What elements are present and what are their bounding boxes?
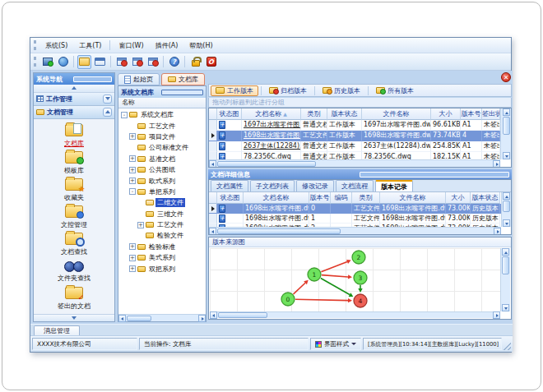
- doc-close-all-icon[interactable]: [130, 55, 144, 69]
- tab-document-library[interactable]: 文档库: [161, 73, 205, 85]
- button-history-version[interactable]: 历史版本: [318, 85, 365, 96]
- scroll-up-arrow[interactable]: [503, 192, 510, 200]
- tab-properties[interactable]: 文档属性: [211, 180, 248, 191]
- sidebar-item-template-library[interactable]: 模板库: [34, 151, 114, 178]
- tree-item[interactable]: +工艺文件: [118, 219, 206, 230]
- graph-horizontal-scrollbar[interactable]: [210, 311, 500, 318]
- column-header[interactable]: 文档名称: [244, 192, 309, 204]
- column-header[interactable]: 大小: [446, 192, 471, 204]
- tree-item[interactable]: +欧式系列: [118, 175, 206, 186]
- scroll-right-arrow[interactable]: [494, 228, 501, 235]
- column-header[interactable]: 版本号: [309, 192, 331, 204]
- table-horizontal-scrollbar[interactable]: [209, 159, 500, 167]
- collapse-minus-icon[interactable]: -: [121, 112, 128, 118]
- scroll-thumb[interactable]: [503, 117, 510, 135]
- column-header[interactable]: 状态图: [217, 192, 244, 204]
- expand-plus-icon[interactable]: +: [129, 155, 136, 162]
- pin-icon[interactable]: [161, 90, 203, 95]
- tree-item[interactable]: +双把系列: [118, 263, 206, 274]
- table-row[interactable]: 1698出水嘴零件图.dwg1工艺文件1698出水嘴零件图.dwg73.00KB…: [209, 214, 511, 224]
- resize-grip[interactable]: [504, 343, 511, 350]
- sidebar-collapse-strip[interactable]: [34, 85, 114, 92]
- scroll-thumb[interactable]: [502, 256, 509, 274]
- column-header[interactable]: 签出状态: [482, 108, 500, 120]
- ui-style-dropdown[interactable]: 界面样式: [310, 338, 361, 350]
- menu-item[interactable]: 系统(S): [39, 39, 73, 52]
- tree-item[interactable]: -单把系列: [118, 187, 206, 197]
- scroll-up-arrow[interactable]: [503, 108, 510, 116]
- collapse-group-button[interactable]: [103, 108, 112, 117]
- tree-column-header[interactable]: 名称: [118, 98, 206, 108]
- tree-item[interactable]: 三维文件: [118, 209, 206, 219]
- column-header[interactable]: 状态图: [217, 108, 242, 120]
- tree-item[interactable]: +检验标准: [118, 242, 206, 252]
- tree-item[interactable]: +美式系列: [118, 252, 206, 263]
- tree-item[interactable]: +基准文档: [118, 154, 206, 164]
- button-all-versions[interactable]: 所有版本: [371, 85, 419, 96]
- table-row[interactable]: 1697出水嘴零件图.dwg普通文档工作版本1697出水嘴零件图.dwg96.6…: [209, 120, 511, 131]
- sidebar-item-favorites[interactable]: 收藏夹: [34, 178, 114, 205]
- tab-sub-documents[interactable]: 子文档列表: [250, 180, 295, 191]
- scroll-thumb[interactable]: [217, 161, 316, 167]
- scroll-thumb[interactable]: [217, 228, 341, 234]
- expand-plus-icon[interactable]: +: [129, 178, 136, 184]
- column-header[interactable]: 编码: [331, 192, 352, 204]
- tree-horizontal-scrollbar[interactable]: [118, 314, 206, 321]
- scroll-right-arrow[interactable]: [493, 160, 500, 168]
- tab-modification-log[interactable]: 修改记录: [296, 180, 334, 191]
- tree-item[interactable]: -系统文档库: [118, 109, 206, 120]
- table-vertical-scrollbar[interactable]: [500, 108, 511, 159]
- menu-item[interactable]: 工具(T): [73, 39, 107, 52]
- graph-vertical-scrollbar[interactable]: [500, 248, 510, 311]
- sidebar-item-doc-library[interactable]: 文档库: [34, 124, 114, 151]
- scroll-thumb[interactable]: [127, 316, 151, 321]
- scroll-thumb[interactable]: [218, 312, 267, 318]
- sidebar-item-checked-out-docs[interactable]: 签出的文档: [34, 287, 114, 314]
- tree-item[interactable]: 工艺文件: [118, 120, 206, 131]
- tree-item[interactable]: 检验文件: [118, 230, 206, 241]
- tab-workflow[interactable]: 文档流程: [336, 180, 374, 191]
- scroll-down-arrow[interactable]: [502, 304, 509, 311]
- scroll-down-arrow[interactable]: [503, 152, 510, 159]
- sidebar-item-folder-search[interactable]: 文件夹查找: [34, 260, 114, 287]
- sidebar-item-doc-search[interactable]: 文档查找: [34, 233, 114, 260]
- tree-item[interactable]: 公司标准文件: [118, 142, 206, 153]
- sidebar-expand-strip[interactable]: [34, 314, 114, 321]
- scroll-right-arrow[interactable]: [493, 311, 500, 319]
- column-header[interactable]: 类别: [301, 108, 327, 120]
- scroll-down-arrow[interactable]: [503, 219, 510, 227]
- doc-force-close-icon[interactable]: [146, 55, 160, 69]
- expand-plus-icon[interactable]: +: [129, 255, 136, 261]
- browse-icon[interactable]: [56, 55, 70, 69]
- scroll-left-arrow[interactable]: [118, 315, 126, 322]
- scroll-left-arrow[interactable]: [209, 160, 216, 168]
- pin-icon[interactable]: [360, 172, 510, 178]
- expand-plus-icon[interactable]: +: [137, 222, 144, 228]
- column-header[interactable]: 版本状态: [327, 108, 362, 120]
- scroll-thumb[interactable]: [503, 201, 510, 212]
- scroll-left-arrow[interactable]: [209, 228, 216, 235]
- tree-item[interactable]: +项目文件: [118, 131, 206, 142]
- column-header[interactable]: 类别: [352, 192, 380, 204]
- menu-item[interactable]: 插件(A): [150, 39, 184, 52]
- column-header[interactable]: 大小: [431, 108, 461, 120]
- table-row[interactable]: 2637主体(12284).dwg普通文档工作版本2637主体(12284).d…: [209, 141, 511, 152]
- sidebar-group-work-management[interactable]: 工作管理: [34, 93, 114, 106]
- column-header[interactable]: 版本号: [461, 108, 482, 120]
- lock-icon[interactable]: [188, 55, 202, 69]
- doc-close-icon[interactable]: [114, 55, 128, 69]
- column-header[interactable]: 文件名称: [362, 108, 431, 120]
- exit-icon[interactable]: [204, 55, 218, 69]
- expand-group-button[interactable]: [103, 95, 112, 104]
- table-row[interactable]: 1698出水嘴零件图.dwg0工艺文件1698出水嘴零件图.dwg73.00KB…: [209, 204, 511, 214]
- button-archived-version[interactable]: 归档版本: [264, 85, 312, 96]
- sidebar-item-doc-control[interactable]: 文控管理: [34, 205, 114, 233]
- tree-item[interactable]: 二维文件: [118, 197, 206, 208]
- tree-item[interactable]: +公共图纸: [118, 164, 206, 175]
- close-icon[interactable]: [501, 72, 511, 82]
- scroll-up-arrow[interactable]: [502, 248, 509, 256]
- expand-plus-icon[interactable]: +: [129, 167, 136, 173]
- expand-plus-icon[interactable]: +: [129, 133, 136, 140]
- tab-start-page[interactable]: 起始页: [118, 73, 160, 85]
- expand-plus-icon[interactable]: +: [129, 243, 136, 250]
